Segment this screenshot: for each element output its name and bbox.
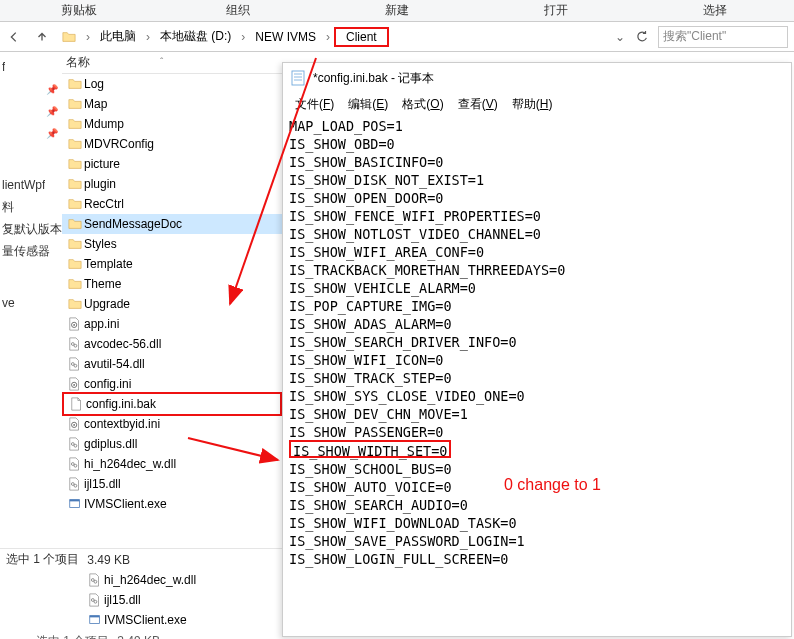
notepad-line: IS_SHOW_SAVE_PASSWORD_LOGIN=1 [289, 532, 785, 550]
file-row[interactable]: ijl15.dll [62, 474, 282, 494]
sidebar-item[interactable]: ve [0, 292, 62, 314]
folder-icon [67, 297, 83, 311]
file-row[interactable]: gdiplus.dll [62, 434, 282, 454]
breadcrumb-drive-d[interactable]: 本地磁盘 (D:) [154, 25, 237, 48]
ribbon-tabs: 剪贴板 组织 新建 打开 选择 [0, 0, 794, 22]
file-row[interactable]: IVMSClient.exe [62, 494, 282, 514]
notepad-line: MAP_LOAD_POS=1 [289, 117, 785, 135]
notepad-line: IS_SHOW_VEHICLE_ALARM=0 [289, 279, 785, 297]
status-size: 3.49 KB [117, 634, 160, 639]
dll-icon [68, 336, 82, 352]
sidebar-item[interactable]: 📌 [0, 100, 62, 122]
dll-icon [88, 592, 102, 608]
sidebar-item[interactable]: f [0, 56, 62, 78]
sidebar-item[interactable]: 📌 [0, 78, 62, 100]
file-name: hi_h264dec_w.dll [84, 457, 176, 471]
ribbon-tab-select[interactable]: 选择 [635, 0, 794, 21]
file-name: config.ini [84, 377, 131, 391]
breadcrumb-thispc[interactable]: 此电脑 [94, 25, 142, 48]
folder-icon [67, 97, 83, 111]
file-row[interactable]: Mdump [62, 114, 282, 134]
nav-back-button[interactable] [2, 25, 26, 49]
ini-icon [68, 416, 82, 432]
file-row[interactable]: ijl15.dll [82, 590, 282, 610]
file-row[interactable]: Template [62, 254, 282, 274]
notepad-line: IS_SHOW_SEARCH_DRIVER_INFO=0 [289, 333, 785, 351]
file-row[interactable]: picture [62, 154, 282, 174]
sidebar-item[interactable]: lientWpf [0, 174, 62, 196]
file-row[interactable]: RecCtrl [62, 194, 282, 214]
file-row[interactable]: Log [62, 74, 282, 94]
file-name: RecCtrl [84, 197, 124, 211]
notepad-menu-item[interactable]: 编辑(E) [342, 94, 394, 115]
file-row[interactable]: config.ini.bak [62, 392, 282, 416]
notepad-titlebar[interactable]: *config.ini.bak - 记事本 [283, 63, 791, 93]
file-name: ijl15.dll [84, 477, 121, 491]
file-row[interactable]: plugin [62, 174, 282, 194]
notepad-line: IS_SHOW_AUTO_VOICE=0 [289, 478, 785, 496]
file-row[interactable]: Map [62, 94, 282, 114]
notepad-icon [291, 70, 307, 86]
notepad-menu-item[interactable]: 帮助(H) [506, 94, 559, 115]
notepad-line: IS_SHOW_FENCE_WIFI_PROPERTIES=0 [289, 207, 785, 225]
breadcrumb-client[interactable]: Client [334, 27, 389, 47]
file-row[interactable]: app.ini [62, 314, 282, 334]
file-name: hi_h264dec_w.dll [104, 573, 196, 587]
folder-icon [67, 117, 83, 131]
notepad-line: IS_TRACKBACK_MORETHAN_THRREEDAYS=0 [289, 261, 785, 279]
notepad-menu-item[interactable]: 查看(V) [452, 94, 504, 115]
sidebar-item[interactable]: 复默认版本 [0, 218, 62, 240]
file-name: Mdump [84, 117, 124, 131]
ribbon-tab-new[interactable]: 新建 [318, 0, 477, 21]
breadcrumb-newivms[interactable]: NEW IVMS [249, 27, 322, 47]
file-row[interactable]: MDVRConfig [62, 134, 282, 154]
address-dropdown-icon[interactable]: ⌄ [610, 30, 630, 44]
file-row[interactable]: contextbyid.ini [62, 414, 282, 434]
sort-caret-icon: ˆ [160, 57, 163, 68]
file-name: plugin [84, 177, 116, 191]
notepad-body[interactable]: MAP_LOAD_POS=1IS_SHOW_OBD=0IS_SHOW_BASIC… [283, 115, 791, 570]
file-row[interactable]: hi_h264dec_w.dll [82, 570, 282, 590]
file-row[interactable]: Styles [62, 234, 282, 254]
file-row[interactable]: IVMSClient.exe [82, 610, 282, 630]
breadcrumb-sep-icon: › [82, 30, 94, 44]
file-name: app.ini [84, 317, 119, 331]
folder-icon [67, 157, 83, 171]
search-input[interactable]: 搜索"Client" [658, 26, 788, 48]
nav-up-button[interactable] [30, 25, 54, 49]
file-row[interactable]: avcodec-56.dll [62, 334, 282, 354]
pin-icon: 📌 [46, 106, 58, 117]
notepad-menu-item[interactable]: 格式(O) [396, 94, 449, 115]
file-row[interactable]: avutil-54.dll [62, 354, 282, 374]
notepad-line: IS_SHOW_LOGIN_FULL_SCREEN=0 [289, 550, 785, 568]
sidebar-item[interactable]: 量传感器 [0, 240, 62, 262]
column-header-name[interactable]: 名称 ˆ [62, 52, 282, 74]
refresh-button[interactable] [630, 25, 654, 49]
dll-icon [68, 436, 82, 452]
notepad-line: IS_SHOW_WIFI_DOWNLOAD_TASK=0 [289, 514, 785, 532]
ribbon-tab-organize[interactable]: 组织 [159, 0, 318, 21]
folder-icon [67, 137, 83, 151]
file-row[interactable]: SendMessageDoc [62, 214, 282, 234]
sidebar-item[interactable]: 料 [0, 196, 62, 218]
dll-icon [68, 476, 82, 492]
notepad-line: IS_SHOW_SEARCH_AUDIO=0 [289, 496, 785, 514]
file-name: picture [84, 157, 120, 171]
sidebar-item[interactable]: 📌 [0, 122, 62, 144]
exe-icon [88, 612, 102, 628]
ribbon-tab-clipboard[interactable]: 剪贴板 [0, 0, 159, 21]
folder-icon [67, 177, 83, 191]
file-row[interactable]: Theme [62, 274, 282, 294]
search-placeholder: 搜索"Client" [663, 28, 726, 45]
notepad-line: IS_SHOW_PASSENGER=0 [289, 423, 785, 441]
file-name: IVMSClient.exe [84, 497, 167, 511]
file-row[interactable]: Upgrade [62, 294, 282, 314]
notepad-line: IS_SHOW_WIDTH_SET=0 [289, 440, 451, 458]
file-row[interactable]: hi_h264dec_w.dll [62, 454, 282, 474]
dll-icon [68, 356, 82, 372]
notepad-line: IS_SHOW_DISK_NOT_EXIST=1 [289, 171, 785, 189]
notepad-menu-item[interactable]: 文件(F) [289, 94, 340, 115]
notepad-line: IS_SHOW_DEV_CHN_MOVE=1 [289, 405, 785, 423]
file-row[interactable]: config.ini [62, 374, 282, 394]
ribbon-tab-open[interactable]: 打开 [476, 0, 635, 21]
